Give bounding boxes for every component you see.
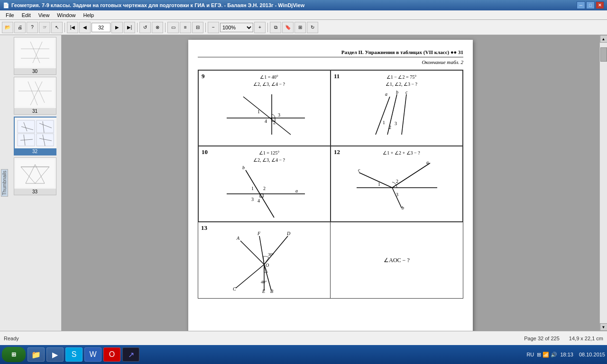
- toolbar-zoom-out-button[interactable]: −: [208, 22, 219, 33]
- toolbar-stop-button[interactable]: ⊗: [152, 22, 163, 33]
- menu-view[interactable]: View: [35, 12, 54, 18]
- thumbnails-label: Thumbnails: [2, 171, 7, 195]
- toolbar-open-button[interactable]: 📂: [2, 22, 13, 33]
- svg-text:A: A: [236, 236, 240, 241]
- svg-text:30°: 30°: [268, 252, 274, 257]
- svg-rect-0: [16, 39, 54, 67]
- exercise-number-12: 12: [334, 148, 340, 156]
- exercise-13-container: 13: [198, 222, 463, 299]
- taskbar-explorer[interactable]: 📁: [28, 347, 45, 362]
- toolbar-print-button[interactable]: 🖨: [14, 22, 26, 33]
- exercise-number-11: 11: [334, 73, 340, 80]
- svg-text:2: 2: [396, 179, 398, 184]
- taskbar-opera[interactable]: O: [103, 347, 120, 362]
- thumbnail-item-32[interactable]: 32: [14, 117, 56, 155]
- svg-text:3: 3: [278, 112, 280, 118]
- thumbnail-item-31[interactable]: 31: [14, 77, 56, 115]
- thumbnail-item-30[interactable]: 30: [14, 37, 56, 75]
- scroll-down-button[interactable]: ▼: [600, 323, 607, 331]
- svg-line-55: [359, 173, 392, 188]
- toolbar-copy-button[interactable]: ⧉: [270, 22, 281, 33]
- status-bar: Ready Page 32 of 225 14,9 x 22,1 cm: [0, 331, 607, 345]
- svg-text:3: 3: [395, 121, 397, 126]
- svg-text:a: a: [426, 160, 429, 165]
- page-number-input[interactable]: [92, 23, 110, 32]
- maximize-button[interactable]: □: [586, 1, 595, 9]
- svg-rect-23: [16, 160, 54, 187]
- toolbar-search-button[interactable]: ?: [27, 22, 38, 33]
- minimize-button[interactable]: ─: [577, 1, 585, 9]
- toolbar-refresh-button[interactable]: ↺: [139, 22, 151, 33]
- svg-text:F: F: [257, 231, 261, 236]
- toolbar-facing-button[interactable]: ⊟: [192, 22, 203, 33]
- menu-help[interactable]: Help: [79, 12, 98, 18]
- svg-text:B: B: [270, 289, 273, 293]
- toolbar-zoom-in-button[interactable]: +: [254, 22, 266, 33]
- svg-line-68: [264, 264, 271, 291]
- taskbar-word[interactable]: W: [84, 347, 101, 362]
- exercise-diagram-11: a b c 1 2 3: [334, 90, 460, 142]
- thumbnail-item-33[interactable]: 33: [14, 157, 56, 195]
- toolbar-select-button[interactable]: ↖: [51, 22, 63, 33]
- zoom-select[interactable]: 100% 75% 125% 150% 200%: [220, 23, 253, 32]
- svg-text:a: a: [295, 188, 298, 193]
- close-button[interactable]: ✕: [596, 1, 604, 9]
- toolbar-last-page-button[interactable]: ▶|: [124, 22, 135, 33]
- toolbar-prev-page-button[interactable]: ◀: [79, 22, 91, 33]
- start-button[interactable]: ⊞: [2, 347, 26, 362]
- thumbnail-panel: Thumbnails 30: [0, 35, 62, 331]
- svg-text:E: E: [262, 289, 265, 293]
- content-area[interactable]: Раздел II. Упражнения в таблицах (VII кл…: [62, 35, 599, 331]
- thumbnail-image-31: [14, 77, 56, 108]
- svg-text:b: b: [242, 165, 245, 170]
- thumbnail-image-30: [14, 37, 56, 68]
- exercise-diagram-13: 30° 40° A F D C E B O: [201, 225, 327, 294]
- taskbar-skype[interactable]: S: [65, 347, 83, 362]
- page-subheader: Окончание табл. 2: [198, 59, 463, 65]
- toolbar-bookmark-button[interactable]: 🔖: [282, 22, 294, 33]
- svg-text:b: b: [396, 90, 398, 95]
- svg-text:D: D: [286, 231, 291, 236]
- thumbnail-number-33: 33: [14, 189, 56, 195]
- exercise-cell-12: 12 ∠1 + ∠2 + ∠3 − ?: [331, 146, 463, 222]
- toolbar-next-page-button[interactable]: ▶: [111, 22, 123, 33]
- page-dimensions: 14,9 x 22,1 cm: [569, 336, 603, 341]
- exercise-diagram-12: a c b 1 2 3: [334, 158, 460, 210]
- svg-text:1: 1: [258, 109, 260, 114]
- scroll-track[interactable]: [600, 43, 607, 323]
- locale-indicator: RU: [526, 352, 534, 357]
- svg-text:c: c: [405, 90, 408, 95]
- menu-window[interactable]: Window: [53, 12, 79, 18]
- svg-text:2: 2: [273, 120, 276, 125]
- taskbar-media[interactable]: ▶: [46, 347, 64, 362]
- svg-text:O: O: [266, 263, 269, 268]
- svg-text:2: 2: [263, 186, 266, 191]
- toolbar-separator-5: [267, 23, 268, 32]
- thumbnail-image-33: [14, 158, 56, 189]
- toolbar-continuous-button[interactable]: ≡: [180, 22, 191, 33]
- exercise-cell-9: 9 ∠1 = 40°∠2, ∠3, ∠4 − ?: [198, 70, 331, 146]
- scroll-up-button[interactable]: ▲: [600, 35, 607, 43]
- svg-line-65: [264, 236, 288, 264]
- svg-line-29: [243, 97, 291, 135]
- toolbar-separator-3: [165, 23, 166, 32]
- svg-rect-5: [16, 79, 54, 107]
- menu-file[interactable]: File: [2, 12, 18, 18]
- status-ready: Ready: [4, 336, 19, 341]
- svg-text:3: 3: [251, 197, 254, 202]
- right-scrollbar[interactable]: ▲ ▼: [599, 35, 607, 331]
- toolbar-first-page-button[interactable]: |◀: [67, 22, 78, 33]
- svg-text:40°: 40°: [261, 280, 267, 284]
- toolbar-hand-button[interactable]: ☞: [39, 22, 50, 33]
- svg-line-66: [236, 264, 264, 288]
- taskbar-app6[interactable]: ↗: [122, 347, 139, 362]
- page-info: Page 32 of 225: [524, 336, 560, 341]
- exercise-diagram-9: 1 4 2 3: [202, 90, 327, 142]
- menu-edit[interactable]: Edit: [18, 12, 35, 18]
- page-header: Раздел II. Упражнения в таблицах (VII кл…: [198, 49, 463, 57]
- toolbar-rotate-button[interactable]: ↻: [307, 22, 318, 33]
- toolbar-fit-button[interactable]: ⊞: [294, 22, 306, 33]
- toolbar-single-page-button[interactable]: ▭: [167, 22, 179, 33]
- svg-text:1: 1: [251, 186, 254, 191]
- exercise-cell-11: 11 ∠1 − ∠2 = 75°∠1, ∠2, ∠3 − ?: [331, 70, 463, 146]
